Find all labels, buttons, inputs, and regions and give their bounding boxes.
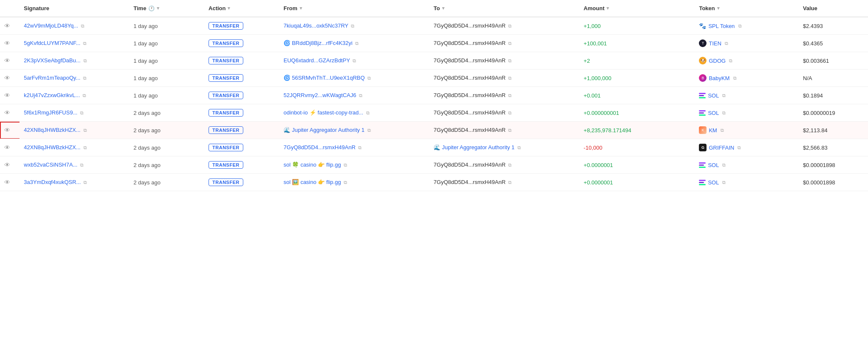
from-address-link[interactable]: 56SRMvhThT...U9eeX1qRBQ: [292, 75, 365, 81]
copy-token-button[interactable]: ⧉: [732, 75, 738, 81]
from-address-link[interactable]: 52JQRRvmy2...wKWagtCAJ6: [284, 92, 356, 98]
token-link[interactable]: GDOG: [709, 58, 726, 64]
eye-icon[interactable]: 👁: [4, 57, 10, 64]
copy-to-button[interactable]: ⧉: [507, 92, 513, 99]
transfer-badge[interactable]: TRANSFER: [209, 144, 243, 151]
amount-filter-icon[interactable]: ▾: [606, 6, 609, 11]
time-filter-icon[interactable]: ▾: [157, 6, 159, 11]
copy-signature-button[interactable]: ⧉: [80, 23, 86, 29]
copy-from-button[interactable]: ⧉: [358, 92, 364, 99]
copy-from-button[interactable]: ⧉: [354, 40, 360, 47]
signature-link[interactable]: 42XN8qJHWBzkHZX...: [24, 144, 81, 150]
token-link[interactable]: KM: [709, 127, 717, 134]
token-link[interactable]: SPL Token: [708, 23, 734, 29]
copy-signature-button[interactable]: ⧉: [82, 127, 88, 134]
copy-token-button[interactable]: ⧉: [736, 145, 742, 151]
copy-token-button[interactable]: ⧉: [723, 40, 729, 47]
copy-signature-button[interactable]: ⧉: [79, 162, 85, 168]
from-filter-icon[interactable]: ▾: [300, 6, 302, 11]
copy-to-button[interactable]: ⧉: [507, 162, 513, 168]
eye-icon[interactable]: 👁: [4, 127, 10, 134]
token-link[interactable]: TIEN: [709, 40, 721, 47]
copy-to-button[interactable]: ⧉: [507, 127, 513, 134]
from-address-link[interactable]: EUQ6xtadrd...GZArzBdtPY: [284, 57, 350, 64]
copy-signature-button[interactable]: ⧉: [82, 58, 88, 64]
copy-from-button[interactable]: ⧉: [357, 145, 363, 151]
copy-token-button[interactable]: ⧉: [721, 162, 727, 168]
token-link[interactable]: SOL: [708, 92, 719, 99]
time-clock-icon[interactable]: 🕐: [148, 6, 155, 11]
copy-from-button[interactable]: ⧉: [351, 58, 357, 64]
copy-signature-button[interactable]: ⧉: [79, 110, 85, 116]
copy-signature-button[interactable]: ⧉: [82, 145, 88, 151]
from-address-link[interactable]: sol 🖼️ casino 👉 flip.gg: [284, 179, 341, 185]
copy-token-button[interactable]: ⧉: [721, 110, 727, 116]
eye-icon[interactable]: 👁: [4, 144, 10, 151]
copy-signature-button[interactable]: ⧉: [81, 92, 87, 99]
transfer-badge[interactable]: TRANSFER: [209, 74, 243, 82]
from-address-link[interactable]: 7kiuqaL49s...oxk5Nc37RY: [284, 22, 348, 29]
transfer-badge[interactable]: TRANSFER: [209, 57, 243, 64]
copy-to-button[interactable]: ⧉: [507, 58, 513, 64]
copy-from-button[interactable]: ⧉: [350, 23, 356, 29]
copy-to-button[interactable]: ⧉: [516, 145, 522, 151]
to-filter-icon[interactable]: ▾: [442, 6, 445, 11]
copy-token-button[interactable]: ⧉: [719, 127, 725, 134]
signature-link[interactable]: 3a3YmDxqf4xukQSR...: [24, 179, 81, 185]
copy-token-button[interactable]: ⧉: [721, 92, 727, 99]
transfer-badge[interactable]: TRANSFER: [209, 92, 243, 99]
transfer-badge[interactable]: TRANSFER: [209, 178, 243, 186]
copy-from-button[interactable]: ⧉: [366, 127, 372, 134]
from-address-link[interactable]: Jupiter Aggregator Authority 1: [292, 127, 364, 133]
token-link[interactable]: BabyKM: [709, 75, 729, 81]
copy-signature-button[interactable]: ⧉: [82, 40, 88, 47]
transfer-badge[interactable]: TRANSFER: [209, 161, 243, 169]
from-address-link[interactable]: BRddDj8Bjz...rfFc4K32yi: [292, 40, 353, 46]
to-address-link[interactable]: Jupiter Aggregator Authority 1: [442, 144, 515, 150]
transfer-badge[interactable]: TRANSFER: [209, 22, 243, 30]
copy-from-button[interactable]: ⧉: [365, 110, 371, 116]
copy-to-button[interactable]: ⧉: [507, 40, 513, 47]
from-address-link[interactable]: odinbot-io ⚡ fastest-copy-trad...: [284, 109, 363, 116]
eye-icon[interactable]: 👁: [4, 75, 10, 81]
eye-icon[interactable]: 👁: [4, 162, 10, 168]
copy-to-button[interactable]: ⧉: [507, 179, 513, 186]
copy-signature-button[interactable]: ⧉: [82, 75, 88, 81]
signature-link[interactable]: 5f6x1RmgJR6FUS9...: [24, 109, 77, 116]
transfer-badge[interactable]: TRANSFER: [209, 39, 243, 47]
transfer-badge[interactable]: TRANSFER: [209, 109, 243, 117]
copy-token-button[interactable]: ⧉: [721, 179, 727, 186]
from-address-link[interactable]: sol 🍀 casino 👉 flip.gg: [284, 162, 341, 168]
action-filter-icon[interactable]: ▾: [228, 6, 230, 11]
token-filter-icon[interactable]: ▾: [717, 6, 720, 11]
copy-from-button[interactable]: ⧉: [342, 179, 348, 186]
copy-to-button[interactable]: ⧉: [507, 23, 513, 29]
eye-icon[interactable]: 👁: [4, 179, 10, 186]
token-link[interactable]: SOL: [708, 110, 719, 116]
signature-link[interactable]: 42XN8qJHWBzkHZX...: [24, 127, 81, 133]
eye-icon[interactable]: 👁: [4, 92, 10, 99]
row-value-cell: $2,113.84: [799, 122, 868, 139]
token-link[interactable]: SOL: [708, 162, 719, 168]
signature-link[interactable]: k2Uj47vZzxwGkrikvL...: [24, 92, 80, 98]
signature-link[interactable]: 2K3pVXSeAbgfDaBu...: [24, 57, 81, 64]
eye-icon[interactable]: 👁: [4, 109, 10, 116]
copy-from-button[interactable]: ⧉: [342, 162, 348, 168]
transfer-badge[interactable]: TRANSFER: [209, 126, 243, 134]
token-link[interactable]: GRIFFAIN: [709, 145, 734, 151]
eye-icon[interactable]: 👁: [4, 22, 10, 29]
copy-signature-button[interactable]: ⧉: [82, 179, 88, 186]
token-link[interactable]: SOL: [708, 179, 719, 186]
row-to-cell: 7GyQ8dD5D4...rsmxH49AnR ⧉: [429, 35, 579, 52]
signature-link[interactable]: 42wV9mMjoLD48Yq...: [24, 22, 78, 29]
copy-to-button[interactable]: ⧉: [507, 75, 513, 81]
signature-link[interactable]: 5arFvRm1mTeapoQy...: [24, 75, 80, 81]
copy-token-button[interactable]: ⧉: [728, 58, 734, 64]
copy-from-button[interactable]: ⧉: [366, 75, 372, 81]
signature-link[interactable]: 5gKvfdcLUYM7PANF...: [24, 40, 80, 46]
from-address-link[interactable]: 7GyQ8dD5D4...rsmxH49AnR: [284, 144, 356, 150]
copy-token-button[interactable]: ⧉: [737, 23, 743, 29]
eye-icon[interactable]: 👁: [4, 40, 10, 47]
signature-link[interactable]: wxb52vaCSiNSH7A...: [24, 162, 77, 168]
copy-to-button[interactable]: ⧉: [507, 110, 513, 116]
